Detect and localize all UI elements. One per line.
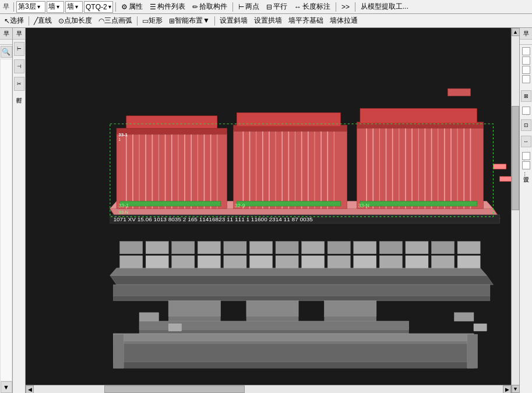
split-btn-right[interactable]: ⊠	[521, 90, 531, 102]
sep1	[13, 2, 14, 12]
svg-rect-25	[327, 242, 350, 254]
parallel-btn[interactable]: ⊟ 平行	[263, 1, 290, 13]
pin-icon-2: 早	[16, 30, 22, 38]
extract-from-model-btn[interactable]: 从模型提取工...	[358, 1, 411, 13]
search-btn[interactable]: 🔍	[1, 46, 12, 58]
break-btn[interactable]: ✂	[14, 77, 24, 91]
svg-rect-94	[237, 201, 340, 207]
stretch-btn[interactable]: ↔	[521, 136, 531, 147]
select-btn[interactable]: ↖ 选择	[1, 15, 27, 27]
extract-btn[interactable]: ✏ 拾取构件	[189, 1, 230, 13]
point-extend-btn[interactable]: ⊙ 点加长度	[55, 15, 95, 27]
svg-rect-43	[139, 313, 158, 321]
left-scroll-area[interactable]	[0, 59, 12, 381]
smart-icon: ⊞	[169, 17, 175, 25]
checkbox-4[interactable]	[522, 75, 530, 83]
svg-rect-3	[120, 256, 143, 268]
align-label: 对齐	[521, 116, 531, 118]
svg-rect-13	[379, 256, 402, 268]
filter-area[interactable]: 过滤	[0, 40, 12, 45]
wall-type2-dropdown[interactable]: 墙	[65, 1, 83, 13]
checkbox-2[interactable]	[522, 56, 530, 65]
svg-rect-8	[249, 256, 272, 268]
scroll-down-btn-v[interactable]: ▼	[512, 385, 520, 393]
h-scroll-thumb[interactable]	[104, 385, 245, 393]
pin-btn[interactable]: 早	[1, 1, 11, 13]
scroll-right-btn[interactable]: ▶	[503, 385, 511, 394]
stretch-icon: ↔	[523, 139, 529, 144]
svg-rect-31	[113, 285, 489, 296]
extend-icon: ⊢	[17, 46, 22, 52]
side-panel-1-tab[interactable]: 早	[0, 28, 12, 40]
smart-layout-btn[interactable]: ⊞ 智能布置▼	[166, 15, 213, 27]
top-toolbar: 早 第3层 墙 墙 QTQ-2 ⚙ 属性 ☰ 构件列表 ✏ 拾取构件 ⊢ 两点 …	[0, 0, 532, 14]
h-scrollbar[interactable]: ◀ ▶	[26, 385, 511, 393]
svg-text:32-9: 32-9	[235, 203, 245, 208]
svg-text:33-N: 33-N	[358, 203, 369, 208]
right-panel-items: 差异 ⊠ 分割 对齐 ⊡ 偏移 ↔ 拉伸 设置...	[520, 45, 532, 178]
svg-rect-36	[246, 316, 298, 321]
more-btn[interactable]: >>	[339, 1, 353, 13]
svg-rect-15	[432, 256, 455, 268]
scroll-down-btn[interactable]: ▼	[1, 381, 12, 393]
svg-rect-20	[198, 242, 220, 254]
svg-text:33-N: 33-N	[118, 210, 128, 215]
line-icon: ╱	[34, 17, 38, 25]
property-btn[interactable]: ⚙ 属性	[118, 1, 146, 13]
non-trim-btn[interactable]: ⊣	[14, 59, 24, 73]
component-list-btn[interactable]: ☰ 构件列表	[147, 1, 188, 13]
checkbox-3[interactable]	[522, 66, 530, 74]
svg-rect-9	[276, 256, 298, 268]
svg-rect-17	[120, 242, 143, 254]
layer-dropdown[interactable]: 第3层	[16, 1, 45, 13]
svg-rect-6	[198, 256, 220, 268]
wall-level-btn[interactable]: 墙平齐基础	[286, 15, 326, 27]
offset-icon: ⊡	[524, 122, 529, 128]
rect-btn[interactable]: ▭ 矩形	[139, 15, 165, 27]
extend-btn[interactable]: ⊢	[14, 42, 24, 56]
wall-type1-dropdown[interactable]: 墙	[47, 1, 64, 13]
scroll-left-btn[interactable]: ◀	[26, 385, 34, 394]
canvas-area[interactable]: 1071 XV 15.06 1013 8035 2 165 11416823 1…	[26, 28, 519, 393]
arc-icon: ◠	[98, 17, 104, 25]
svg-rect-37	[325, 301, 376, 317]
h-scroll-track[interactable]	[34, 385, 503, 393]
offset-btn[interactable]: ⊡	[521, 119, 531, 131]
svg-rect-14	[406, 256, 428, 268]
checkbox-6[interactable]	[522, 152, 530, 160]
set-slope-btn[interactable]: 设置斜墙	[217, 15, 251, 27]
checkbox-7[interactable]	[522, 161, 530, 169]
right-panel-tab[interactable]: 早	[520, 28, 532, 40]
svg-rect-5	[172, 256, 195, 268]
straight-btn[interactable]: ╱ 直线	[31, 15, 55, 27]
scroll-thumb[interactable]	[512, 106, 519, 211]
sep2	[115, 2, 116, 12]
svg-rect-48	[113, 362, 474, 369]
checkbox-5[interactable]	[522, 107, 530, 115]
scroll-track[interactable]	[512, 36, 519, 385]
two-points-btn[interactable]: ⊢ 两点	[235, 1, 262, 13]
property-icon: ⚙	[121, 3, 128, 11]
svg-rect-4	[146, 256, 168, 268]
svg-rect-23	[276, 242, 298, 254]
sep3	[232, 2, 233, 12]
svg-rect-41	[113, 334, 474, 341]
main-layout: 早 过滤 🔍 ▼ 早 ⊢ 延伸 ⊣ 非修剪 ✂	[0, 28, 532, 393]
add-area[interactable]: 附加	[520, 40, 532, 45]
svg-rect-28	[406, 242, 428, 254]
svg-rect-123	[500, 176, 512, 182]
svg-rect-73	[120, 201, 221, 207]
svg-rect-27	[379, 242, 402, 254]
three-point-arc-btn[interactable]: ◠ 三点画弧	[96, 15, 135, 27]
scroll-up-btn[interactable]: ▲	[512, 28, 520, 36]
v-scrollbar[interactable]: ▲ ▼	[511, 28, 519, 393]
checkbox-1[interactable]	[522, 47, 530, 55]
length-mark-btn[interactable]: ↔ 长度标注	[291, 1, 333, 13]
svg-rect-118	[493, 164, 506, 169]
filter-label: 过滤	[1, 41, 12, 43]
element-code-dropdown[interactable]: QTQ-2	[84, 1, 113, 13]
set-arch-btn[interactable]: 设置拱墙	[251, 15, 285, 27]
side-panel-2-tab[interactable]: 早	[13, 28, 25, 40]
two-points-icon: ⊢	[238, 3, 244, 11]
wall-through-btn[interactable]: 墙体拉通	[327, 15, 361, 27]
